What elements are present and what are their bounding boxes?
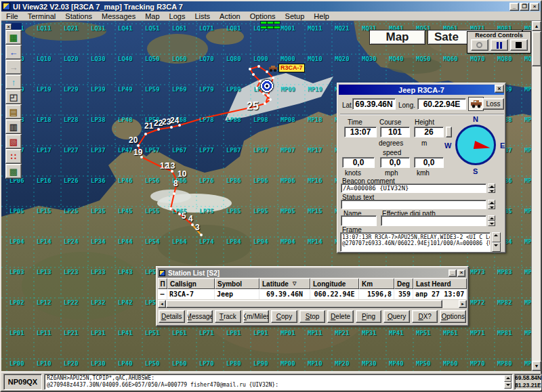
list-icon[interactable]: ▥ bbox=[5, 119, 22, 134]
dx?-button[interactable]: DX? bbox=[412, 310, 438, 323]
loss-button[interactable]: Loss bbox=[482, 98, 504, 110]
tracking-dialog-titlebar[interactable]: Jeep R3CA-7 bbox=[339, 85, 504, 95]
row-cell: R3CA-7 bbox=[167, 289, 215, 299]
scroll-down-icon[interactable]: ▼ bbox=[532, 361, 541, 371]
scroll-up-icon[interactable]: ▲ bbox=[532, 21, 541, 31]
speed-mph-value: 0,0 bbox=[380, 157, 410, 168]
speed-label: speed bbox=[383, 149, 401, 156]
jeep-symbol-button[interactable] bbox=[468, 97, 484, 111]
station-list-row[interactable]: –R3CA-7Jeep69.39.46N060.22.94E1596,8359а… bbox=[158, 289, 467, 299]
map-vertical-scrollbar[interactable]: ▲ ▼ bbox=[531, 21, 541, 371]
column-header-п[interactable]: П bbox=[158, 278, 167, 289]
delete-button[interactable]: Delete bbox=[327, 310, 354, 323]
stop-button[interactable]: Stop bbox=[299, 310, 326, 323]
knots-label: knots bbox=[345, 169, 361, 177]
row-cell: 060.22.94E bbox=[310, 289, 359, 299]
column-header-deg[interactable]: Deg bbox=[394, 278, 413, 289]
tracking-dialog: Jeep R3CA-7 × Lat. 69.39.46N Long. 60.22… bbox=[337, 83, 506, 253]
kmmiles-button[interactable]: Km/Miles bbox=[243, 310, 270, 323]
menu-map[interactable]: Map bbox=[140, 12, 164, 20]
status-text-field[interactable] bbox=[341, 200, 486, 209]
compass-north-label: N bbox=[473, 115, 478, 123]
menu-setup[interactable]: Setup bbox=[280, 12, 310, 20]
speed-knots-value: 0,0 bbox=[342, 157, 375, 168]
monitor-line2: @270948z4437.30N/04009.66E>057/050/A=000… bbox=[47, 382, 503, 389]
frame-line1: 13:07:13R R3CA-7>APU25N,RELAY,WIDE3-2 <U… bbox=[342, 234, 488, 240]
column-header-symbol[interactable]: Symbol bbox=[215, 278, 259, 289]
tx-rx-indicator bbox=[260, 21, 280, 30]
menu-help[interactable]: Help bbox=[309, 12, 334, 20]
row-cell: 69.39.46N bbox=[259, 289, 310, 299]
restore-icon[interactable]: ❐ bbox=[520, 3, 529, 11]
station-list-titlebar[interactable]: Station List [S2] _ × bbox=[158, 268, 467, 278]
close-icon[interactable]: × bbox=[457, 269, 465, 277]
column-header-longitude[interactable]: Longitude bbox=[310, 278, 359, 289]
toolbar-close-icon[interactable]: × bbox=[5, 24, 12, 30]
scrollbar-thumb[interactable] bbox=[532, 31, 541, 66]
message-button[interactable]: Message bbox=[187, 310, 213, 323]
track-button[interactable]: Track bbox=[215, 310, 241, 323]
row-cell: апр 27 13:07 bbox=[413, 289, 467, 299]
minimize-icon[interactable]: _ bbox=[449, 269, 457, 277]
station-map-label[interactable]: R3CA-7 bbox=[268, 64, 305, 72]
map-toolbar: × ▦←→↑◰▤▥▧∷▩ bbox=[5, 23, 22, 179]
column-header-callsign[interactable]: Callsign bbox=[167, 278, 215, 289]
lat-value[interactable]: 69.39.46N bbox=[352, 98, 396, 110]
stop-icon[interactable] bbox=[510, 39, 528, 51]
digi-path-field[interactable] bbox=[381, 215, 486, 226]
menu-logs[interactable]: Logs bbox=[165, 12, 190, 20]
menu-file[interactable]: File bbox=[1, 12, 23, 20]
record-icon[interactable] bbox=[471, 39, 488, 51]
menu-messages[interactable]: Messages bbox=[97, 12, 140, 20]
log-icon[interactable]: ▧ bbox=[5, 134, 22, 149]
time-label: Time bbox=[348, 118, 362, 126]
menu-lists[interactable]: Lists bbox=[190, 12, 215, 20]
scroll-right-icon[interactable]: ► bbox=[459, 300, 467, 308]
monitor-line1: RZ6ANH>APU25N,TCPIP*,qAC,AHUBSWE: bbox=[47, 375, 503, 382]
column-header-latitude[interactable]: Latitude▽ bbox=[259, 278, 310, 289]
copy-button[interactable]: Copy bbox=[271, 310, 297, 323]
save-map-icon[interactable]: ▤ bbox=[5, 104, 22, 119]
frame-spinner[interactable] bbox=[492, 232, 501, 252]
beacon-comment-field[interactable]: /A=000086 {UIV32N} bbox=[341, 183, 486, 193]
minimize-icon[interactable]: _ bbox=[509, 3, 519, 11]
station-list-hscrollbar[interactable]: ◄ ► bbox=[158, 300, 467, 308]
map-view-button[interactable]: Map bbox=[369, 30, 425, 45]
options-button[interactable]: Options bbox=[440, 310, 466, 323]
scroll-left-icon[interactable]: ◄ bbox=[158, 300, 166, 308]
menu-stations[interactable]: Stations bbox=[60, 12, 97, 20]
menu-terminal[interactable]: Terminal bbox=[23, 12, 61, 20]
menu-options[interactable]: Options bbox=[245, 12, 280, 20]
column-header-lastheard[interactable]: Last Heard bbox=[413, 278, 467, 289]
details-button[interactable]: Details bbox=[159, 310, 185, 323]
monitor-spinner[interactable] bbox=[504, 375, 512, 389]
status-text-spinner[interactable] bbox=[488, 200, 495, 209]
pause-icon[interactable] bbox=[491, 39, 508, 51]
beacon-comment-spinner[interactable] bbox=[488, 183, 495, 193]
points-icon[interactable]: ∷ bbox=[5, 149, 22, 164]
frame-line2: @270707z6933.46N/06022.94Ej101/000/A=000… bbox=[342, 240, 488, 246]
map-overview-icon[interactable]: ▦ bbox=[5, 30, 22, 45]
name-field[interactable] bbox=[341, 215, 377, 226]
row-cell: Jeep bbox=[215, 289, 259, 299]
map-image-icon[interactable]: ▩ bbox=[5, 164, 22, 179]
query-button[interactable]: Query bbox=[383, 310, 410, 323]
row-cell: 1596,8 bbox=[359, 289, 394, 299]
digi-path-spinner[interactable] bbox=[488, 215, 495, 226]
column-header-km[interactable]: Km bbox=[359, 278, 394, 289]
frame-field[interactable]: 13:07:13R R3CA-7>APU25N,RELAY,WIDE3-2 <U… bbox=[340, 232, 491, 252]
monitor-box[interactable]: RZ6ANH>APU25N,TCPIP*,qAC,AHUBSWE: @27094… bbox=[44, 374, 513, 390]
close-icon[interactable]: × bbox=[530, 3, 539, 11]
height-unit-toggle[interactable] bbox=[446, 127, 452, 137]
scrollbar-thumb[interactable] bbox=[166, 300, 442, 308]
ping-button[interactable]: Ping bbox=[356, 310, 382, 323]
pan-right-icon[interactable]: → bbox=[5, 60, 22, 74]
station-list-buttons: DetailsMessageTrackKm/MilesCopyStopDelet… bbox=[158, 310, 467, 323]
close-icon[interactable]: × bbox=[495, 85, 504, 93]
long-value[interactable]: 60.22.94E bbox=[417, 98, 466, 110]
pan-left-icon[interactable]: ← bbox=[5, 45, 22, 60]
menu-action[interactable]: Action bbox=[215, 12, 245, 20]
zoom-area-icon[interactable]: ◰ bbox=[5, 89, 22, 104]
pan-up-icon[interactable]: ↑ bbox=[5, 74, 22, 89]
station-marker[interactable] bbox=[260, 79, 274, 93]
